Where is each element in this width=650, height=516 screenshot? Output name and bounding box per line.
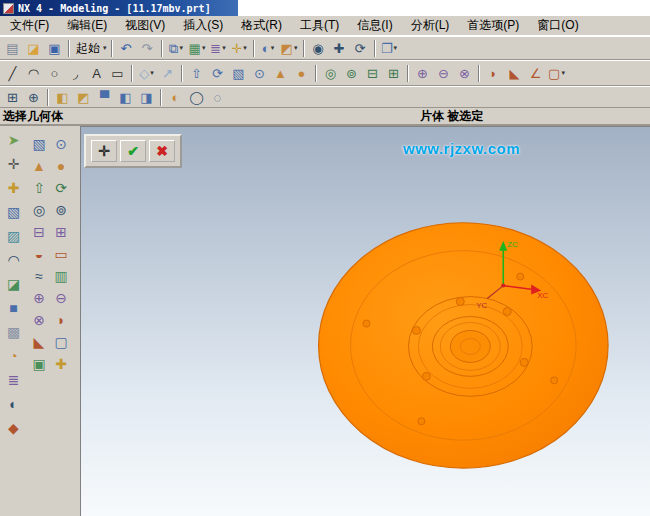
arc-button[interactable]: ◠ [23,63,44,83]
pan-button[interactable]: ✚ [329,38,350,58]
pad-button[interactable]: ⊞ [383,63,404,83]
ok-check-button[interactable]: ✔ [120,140,146,162]
facet-body-button[interactable]: ▩ [3,321,25,343]
edge-blend-button[interactable]: ◗ [483,63,504,83]
top-view-button[interactable]: ▀ [94,87,115,107]
flange-hole[interactable] [418,418,425,425]
ff-thread-button[interactable]: ≈ [28,265,50,287]
isometric-view-button[interactable]: ◩ [73,87,94,107]
cube-feature-button[interactable]: ▧ [3,201,25,223]
ff-unite-button[interactable]: ⊕ [28,287,50,309]
selection-arrow-button[interactable]: ➤ [3,129,25,151]
bolt-hole[interactable] [503,308,511,316]
menu-file-button[interactable]: 文件(F) [1,15,58,36]
ff-chamfer-button[interactable]: ◣ [28,331,50,353]
menu-analysis-button[interactable]: 分析(L) [402,15,459,36]
bolt-hole[interactable] [422,372,430,380]
menu-edit-button[interactable]: 编辑(E) [58,15,116,36]
bolt-hole[interactable] [456,298,464,306]
draft-button[interactable]: ∠ [525,63,546,83]
ff-cylinder-button[interactable]: ⊙ [50,133,72,155]
tools-button[interactable]: ◆ [3,417,25,439]
3d-scene[interactable]: ZC XC YC [81,127,650,516]
view-menu-button[interactable]: ▦▾ [187,38,208,58]
chamfer-button[interactable]: ◣ [504,63,525,83]
orient-view-button[interactable]: ◩▾ [279,38,300,58]
subtract-button[interactable]: ⊖ [433,63,454,83]
ff-pocket-button[interactable]: ⊟ [28,221,50,243]
flange-hole[interactable] [551,377,558,384]
ff-intersect-button[interactable]: ⊗ [28,309,50,331]
disc-model[interactable] [319,223,608,468]
ff-blend-button[interactable]: ◗ [50,309,72,331]
zoom-in-button[interactable]: ⊕ [23,87,44,107]
trimetric-view-button[interactable]: ◧ [52,87,73,107]
sheet-body-button[interactable]: ▨ [3,225,25,247]
layer-settings-button[interactable]: ≣ [3,369,25,391]
ff-boss-button[interactable]: ⊚ [50,199,72,221]
rotate-view-button[interactable]: ⟳ [350,38,371,58]
bolt-hole[interactable] [520,358,528,366]
fillet-button[interactable]: ◞ [65,63,86,83]
analysis-button[interactable]: ◔ [3,345,25,367]
pocket-button[interactable]: ⊟ [362,63,383,83]
intersect-button[interactable]: ⊗ [454,63,475,83]
text-button[interactable]: A [86,63,107,83]
menu-format-button[interactable]: 格式(R) [232,15,291,36]
menu-information-button[interactable]: 信息(I) [348,15,401,36]
save-button[interactable]: ▣ [44,38,65,58]
unite-button[interactable]: ⊕ [412,63,433,83]
ff-cone-button[interactable]: ▲ [28,155,50,177]
rectangle-button[interactable]: ▭ [107,63,128,83]
render-style-button[interactable]: ◐▾ [258,38,279,58]
block-button[interactable]: ▧ [228,63,249,83]
menu-preferences-button[interactable]: 首选项(P) [458,15,528,36]
ff-shell-button[interactable]: ▢ [50,331,72,353]
menu-insert-button[interactable]: 插入(S) [174,15,232,36]
hole-button[interactable]: ◎ [320,63,341,83]
point-constructor-button[interactable]: ✛ [91,140,117,162]
ff-sphere-button[interactable]: ● [50,155,72,177]
datum-csys-button[interactable]: ✚ [3,177,25,199]
zoom-button[interactable]: ◉ [308,38,329,58]
sphere-button[interactable]: ● [291,63,312,83]
wcs-button[interactable]: ✛▾ [229,38,250,58]
flange-hole[interactable] [517,273,524,280]
datum-plane-button[interactable]: ◇▾ [136,63,157,83]
new-file-button[interactable]: ▤ [2,38,23,58]
ff-groove-button[interactable]: ◒ [28,243,50,265]
graphics-viewport[interactable]: ZC XC YC www.rjzxw.com ✛✔✖ [80,126,650,516]
title-strip[interactable]: NX 4 - Modeling - [11.17mbv.prt] [0,0,238,16]
front-view-button[interactable]: ◧ [115,87,136,107]
menu-window-button[interactable]: 窗口(O) [528,15,587,36]
revolve-button[interactable]: ⟳ [207,63,228,83]
solid-body-button[interactable]: ■ [3,297,25,319]
cancel-button[interactable]: ✖ [149,140,175,162]
surface-button[interactable]: ◪ [3,273,25,295]
right-view-button[interactable]: ◨ [136,87,157,107]
boss-button[interactable]: ⊚ [341,63,362,83]
copy-button[interactable]: ⧉▾ [166,38,187,58]
menu-tools-button[interactable]: 工具(T) [291,15,348,36]
fit-view-button[interactable]: ⊞ [2,87,23,107]
curve-button[interactable]: ◠ [3,249,25,271]
cylinder-button[interactable]: ⊙ [249,63,270,83]
profile-line-button[interactable]: ╱ [2,63,23,83]
layer-button[interactable]: ≣▾ [208,38,229,58]
visualization-button[interactable]: ◐ [3,393,25,415]
ff-rib-button[interactable]: ▥ [50,265,72,287]
snap-point-button[interactable]: ✛ [3,153,25,175]
extrude-button[interactable]: ⇧ [186,63,207,83]
ff-subtract-button[interactable]: ⊖ [50,287,72,309]
ff-hole-button[interactable]: ◎ [28,199,50,221]
window-cascade-button[interactable]: ❐▾ [379,38,400,58]
shell-button[interactable]: ▢▾ [546,63,567,83]
cone-button[interactable]: ▲ [270,63,291,83]
wireframe-button[interactable]: ◯ [186,87,207,107]
flange-hole[interactable] [363,320,370,327]
bolt-hole[interactable] [412,326,420,334]
ff-revolve-button[interactable]: ⟳ [50,177,72,199]
ff-sew-button[interactable]: ✚ [50,353,72,375]
shaded-button[interactable]: ◐ [165,87,186,107]
ff-extrude-button[interactable]: ⇧ [28,177,50,199]
